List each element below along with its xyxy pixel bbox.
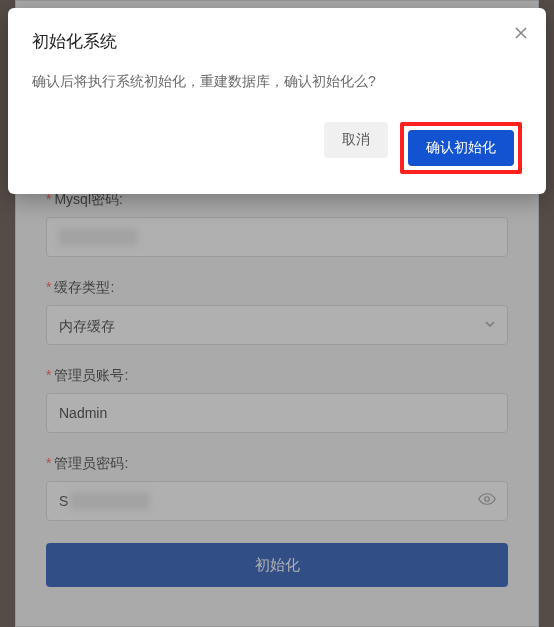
required-indicator: * bbox=[46, 367, 51, 383]
dialog-title: 初始化系统 bbox=[32, 30, 522, 53]
cancel-button[interactable]: 取消 bbox=[324, 122, 388, 158]
admin-account-field-group: *管理员账号: bbox=[46, 367, 508, 433]
required-indicator: * bbox=[46, 455, 51, 471]
cache-type-selected-value: 内存缓存 bbox=[59, 318, 115, 334]
admin-account-label: *管理员账号: bbox=[46, 367, 508, 385]
confirm-initialize-button[interactable]: 确认初始化 bbox=[408, 130, 514, 166]
required-indicator: * bbox=[46, 279, 51, 295]
admin-password-field-group: *管理员密码: bbox=[46, 455, 508, 521]
confirm-highlight-box: 确认初始化 bbox=[400, 122, 522, 174]
cache-type-field-group: *缓存类型: 内存缓存 bbox=[46, 279, 508, 345]
redacted-content bbox=[70, 492, 150, 510]
initialize-button[interactable]: 初始化 bbox=[46, 543, 508, 587]
cache-type-label: *缓存类型: bbox=[46, 279, 508, 297]
admin-account-label-text: 管理员账号: bbox=[54, 367, 128, 383]
cache-type-label-text: 缓存类型: bbox=[54, 279, 114, 295]
mysql-password-field-group: *Mysql密码: bbox=[46, 191, 508, 257]
admin-password-label: *管理员密码: bbox=[46, 455, 508, 473]
cache-type-select[interactable]: 内存缓存 bbox=[46, 305, 508, 345]
eye-icon[interactable] bbox=[478, 490, 496, 512]
admin-account-input[interactable] bbox=[46, 393, 508, 433]
confirm-dialog: 初始化系统 确认后将执行系统初始化，重建数据库，确认初始化么? 取消 确认初始化 bbox=[8, 8, 546, 194]
svg-point-0 bbox=[485, 497, 490, 502]
dialog-actions: 取消 确认初始化 bbox=[32, 122, 522, 174]
close-icon[interactable] bbox=[514, 26, 528, 43]
redacted-content bbox=[58, 228, 138, 246]
admin-password-label-text: 管理员密码: bbox=[54, 455, 128, 471]
dialog-message: 确认后将执行系统初始化，重建数据库，确认初始化么? bbox=[32, 71, 522, 92]
